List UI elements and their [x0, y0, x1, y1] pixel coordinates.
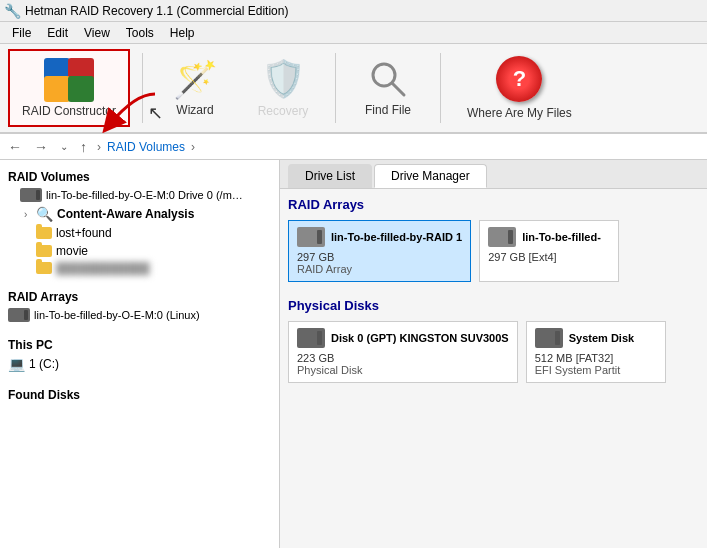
card-disk-icon-raid1	[297, 227, 325, 247]
physical-disks-section-title: Physical Disks	[288, 298, 699, 313]
menu-help[interactable]: Help	[162, 24, 203, 42]
raid-arrays-section-title: RAID Arrays	[288, 197, 699, 212]
help-icon: ?	[496, 56, 542, 102]
magnifier-icon	[368, 59, 408, 99]
wand-icon: 🪄	[173, 59, 218, 101]
tree-item-blurred[interactable]: ████████████	[0, 260, 279, 276]
app-icon: 🔧	[4, 3, 21, 19]
dropdown-button[interactable]: ⌄	[56, 139, 72, 154]
tree-item-movie[interactable]: movie	[0, 242, 279, 260]
raid-constructor-button[interactable]: RAID Constructor	[8, 49, 130, 127]
tree-item-lin-drive[interactable]: lin-To-be-filled-by-O-E-M:0 Drive 0 (/me…	[0, 186, 279, 204]
system-disk-card-type: EFI System Partit	[535, 364, 657, 376]
found-disks-header: Found Disks	[0, 382, 279, 404]
menu-file[interactable]: File	[4, 24, 39, 42]
tree-item-content-aware[interactable]: › 🔍 Content-Aware Analysis	[0, 204, 279, 224]
raid-volumes-header: RAID Volumes	[0, 164, 279, 186]
card-disk-icon-disk0	[297, 328, 325, 348]
raid-arrays-header: RAID Arrays	[0, 284, 279, 306]
lin-filled-card-name: lin-To-be-filled-	[522, 230, 601, 244]
raid1-card-type: RAID Array	[297, 263, 462, 275]
breadcrumb-raid-volumes[interactable]: RAID Volumes	[107, 140, 185, 154]
raid1-card[interactable]: lin-To-be-filled-by-RAID 1 297 GB RAID A…	[288, 220, 471, 282]
raid1-card-name: lin-To-be-filled-by-RAID 1	[331, 230, 462, 244]
c-drive-label: 1 (C:)	[29, 357, 59, 371]
disk0-card-type: Physical Disk	[297, 364, 509, 376]
raid-array-cards: lin-To-be-filled-by-RAID 1 297 GB RAID A…	[288, 220, 699, 282]
tree-item-lost-found[interactable]: lost+found	[0, 224, 279, 242]
disk0-card-size: 223 GB	[297, 352, 509, 364]
card-disk-icon-system	[535, 328, 563, 348]
recovery-icon: 🛡️	[261, 58, 306, 100]
folder-icon-blurred	[36, 262, 52, 274]
menu-tools[interactable]: Tools	[118, 24, 162, 42]
up-button[interactable]: ↑	[76, 137, 91, 157]
folder-search-icon: 🔍	[36, 206, 53, 222]
tree-item-raid-linux[interactable]: lin-To-be-filled-by-O-E-M:0 (Linux)	[0, 306, 279, 324]
forward-button[interactable]: →	[30, 137, 52, 157]
address-bar: ← → ⌄ ↑ › RAID Volumes ›	[0, 134, 707, 160]
lin-filled-card-size: 297 GB [Ext4]	[488, 251, 610, 263]
raid-drive-icon	[8, 308, 30, 322]
card-disk-icon-lin	[488, 227, 516, 247]
main-layout: RAID Volumes lin-To-be-filled-by-O-E-M:0…	[0, 160, 707, 548]
toolbar-sep-3	[440, 53, 441, 123]
blurred-label: ████████████	[56, 262, 150, 274]
tab-drive-manager[interactable]: Drive Manager	[374, 164, 487, 188]
tab-drive-list[interactable]: Drive List	[288, 164, 372, 188]
disk0-card[interactable]: Disk 0 (GPT) KINGSTON SUV300S 223 GB Phy…	[288, 321, 518, 383]
system-disk-card[interactable]: System Disk 512 MB [FAT32] EFI System Pa…	[526, 321, 666, 383]
toolbar: RAID Constructor 🪄 Wizard 🛡️ Recovery Fi…	[0, 44, 707, 134]
content-aware-label: Content-Aware Analysis	[57, 207, 194, 221]
toolbar-sep-2	[335, 53, 336, 123]
raid-constructor-label: RAID Constructor	[22, 104, 116, 118]
lin-filled-card[interactable]: lin-To-be-filled- 297 GB [Ext4]	[479, 220, 619, 282]
where-files-button[interactable]: ? Where Are My Files	[453, 49, 586, 127]
system-disk-card-name: System Disk	[569, 331, 634, 345]
tabs-row: Drive List Drive Manager	[280, 160, 707, 189]
find-file-label: Find File	[365, 103, 411, 117]
lost-found-label: lost+found	[56, 226, 112, 240]
toolbar-sep-1	[142, 53, 143, 123]
menu-bar: File Edit View Tools Help	[0, 22, 707, 44]
left-panel: RAID Volumes lin-To-be-filled-by-O-E-M:0…	[0, 160, 280, 548]
folder-icon-movie	[36, 245, 52, 257]
app-title: Hetman RAID Recovery 1.1 (Commercial Edi…	[25, 4, 288, 18]
wizard-button[interactable]: 🪄 Wizard	[155, 49, 235, 127]
system-disk-card-size: 512 MB [FAT32]	[535, 352, 657, 364]
recovery-button[interactable]: 🛡️ Recovery	[243, 49, 323, 127]
recovery-label: Recovery	[258, 104, 309, 118]
puzzle-icon	[44, 58, 94, 102]
svg-line-1	[392, 83, 404, 95]
folder-icon-lost	[36, 227, 52, 239]
disk0-card-name: Disk 0 (GPT) KINGSTON SUV300S	[331, 331, 509, 345]
right-content: RAID Arrays lin-To-be-filled-by-RAID 1 2…	[280, 189, 707, 548]
raid1-card-size: 297 GB	[297, 251, 462, 263]
right-panel: Drive List Drive Manager RAID Arrays lin…	[280, 160, 707, 548]
lin-drive-label: lin-To-be-filled-by-O-E-M:0 Drive 0 (/me…	[46, 189, 246, 201]
title-bar: 🔧 Hetman RAID Recovery 1.1 (Commercial E…	[0, 0, 707, 22]
where-files-label: Where Are My Files	[467, 106, 572, 120]
physical-disk-cards: Disk 0 (GPT) KINGSTON SUV300S 223 GB Phy…	[288, 321, 699, 383]
wizard-label: Wizard	[176, 103, 213, 117]
back-button[interactable]: ←	[4, 137, 26, 157]
pc-icon: 💻	[8, 356, 25, 372]
movie-label: movie	[56, 244, 88, 258]
tree-item-c-drive[interactable]: 💻 1 (C:)	[0, 354, 279, 374]
find-file-button[interactable]: Find File	[348, 49, 428, 127]
menu-edit[interactable]: Edit	[39, 24, 76, 42]
this-pc-header: This PC	[0, 332, 279, 354]
raid-linux-label: lin-To-be-filled-by-O-E-M:0 (Linux)	[34, 309, 200, 321]
menu-view[interactable]: View	[76, 24, 118, 42]
drive-icon	[20, 188, 42, 202]
